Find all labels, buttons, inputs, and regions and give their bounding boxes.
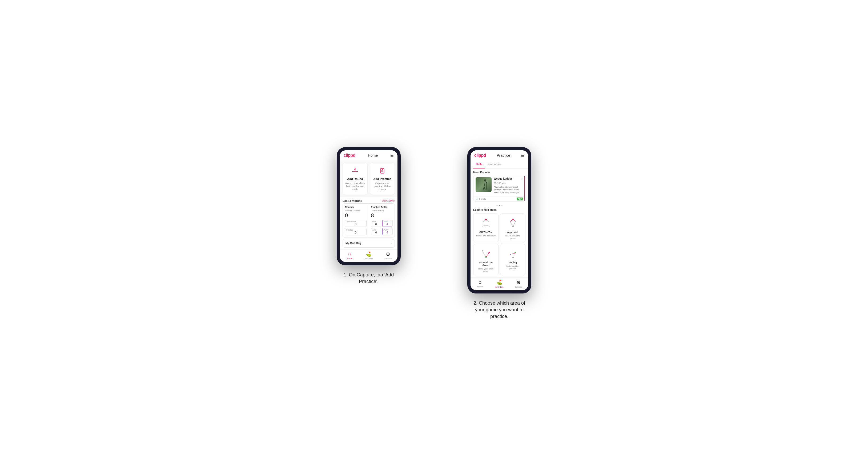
- practice-box: Practice 0: [345, 228, 367, 235]
- svg-point-19: [482, 250, 483, 251]
- off-the-tee-desc: Power and accuracy: [476, 235, 495, 237]
- svg-line-8: [484, 182, 485, 187]
- carousel-dots: [470, 204, 528, 207]
- activities-nav-label-1: Activities: [365, 257, 373, 260]
- hamburger-icon-2[interactable]: ☰: [521, 153, 524, 158]
- caption-1: 1. On Capture, tap 'Add Practice'.: [339, 272, 398, 285]
- home-cards: Add Round Record your shots fast or enha…: [340, 160, 398, 197]
- app-header-1: clippd Home ☰: [340, 150, 398, 160]
- around-green-icon: [479, 247, 493, 260]
- last-3-months-header: Last 3 Months View Activity: [340, 197, 398, 204]
- home-nav-icon-2: ⌂: [479, 279, 482, 285]
- carousel-dot-2[interactable]: [499, 205, 500, 206]
- tab-favourites[interactable]: Favourites: [485, 160, 504, 168]
- app-logo-2: clippd: [474, 153, 486, 158]
- activities-nav-icon-1: ⛳: [366, 251, 372, 257]
- phone-screen-2: clippd Practice ☰ Drills Favourites Most…: [470, 150, 528, 290]
- add-round-card[interactable]: Add Round Record your shots fast or enha…: [343, 163, 368, 195]
- add-round-subtitle: Record your shots fast or enhanced mode: [345, 182, 365, 191]
- featured-drill-image: [475, 177, 492, 192]
- around-green-name: Around The Green: [475, 261, 496, 267]
- nav-home-2[interactable]: ⌂ Home: [470, 279, 490, 288]
- svg-line-10: [483, 187, 484, 190]
- nav-capture-1[interactable]: ⊕ Capture: [378, 251, 398, 260]
- approach-icon: [506, 216, 520, 230]
- tab-drills[interactable]: Drills: [473, 160, 485, 168]
- add-practice-card[interactable]: Add Practice Capture your practice off-t…: [370, 163, 395, 195]
- app-value: 4: [383, 223, 391, 226]
- tournament-value: 0: [346, 223, 365, 226]
- view-activity-link[interactable]: View Activity: [381, 199, 395, 202]
- app-box: APP 4: [382, 220, 393, 227]
- ott-app-row: OTT 0 APP 4: [371, 220, 393, 227]
- practice-value: 0: [346, 231, 365, 234]
- activities-nav-icon-2: ⛳: [496, 279, 502, 285]
- svg-point-2: [355, 168, 355, 169]
- off-the-tee-name: Off The Tee: [479, 231, 492, 234]
- skill-grid: Off The Tee Power and accuracy: [470, 213, 528, 278]
- svg-point-20: [489, 252, 490, 253]
- add-practice-icon: [377, 166, 387, 176]
- skill-card-around-green[interactable]: Around The Green Hone your short game: [473, 244, 498, 275]
- phone-section-1: clippd Home ☰: [314, 147, 423, 285]
- skill-card-off-the-tee[interactable]: Off The Tee Power and accuracy: [473, 214, 498, 242]
- approach-desc: Dial-in to hit the green: [502, 235, 523, 239]
- nav-activities-1[interactable]: ⛳ Activities: [359, 251, 378, 260]
- tournament-row: Tournament 0: [345, 220, 367, 227]
- phone-frame-1: clippd Home ☰: [337, 147, 401, 265]
- nav-capture-2[interactable]: ⊕ Capture: [509, 279, 528, 288]
- svg-point-22: [488, 252, 489, 252]
- home-nav-label-2: Home: [477, 285, 483, 288]
- svg-point-7: [484, 179, 486, 182]
- svg-rect-0: [352, 172, 358, 172]
- app-label: APP: [383, 221, 391, 223]
- golf-bag-row[interactable]: My Golf Bag ›: [343, 239, 395, 248]
- nav-home-1[interactable]: ⌂ Home: [340, 251, 359, 260]
- ott-label: OTT: [372, 221, 380, 223]
- arg-putt-row: ARG 0 PUTT 4: [371, 228, 393, 235]
- capture-nav-icon-2: ⊕: [517, 279, 521, 285]
- putting-desc: Make and lag practice: [502, 265, 523, 270]
- tournament-box: Tournament 0: [345, 220, 367, 227]
- favourite-star-icon[interactable]: ☆: [521, 177, 523, 180]
- svg-point-4: [382, 169, 383, 170]
- carousel-dot-1[interactable]: [496, 205, 498, 206]
- hamburger-icon-1[interactable]: ☰: [390, 153, 394, 158]
- practice-label: Practice: [346, 229, 365, 231]
- rounds-capture-label: Rounds Capture: [345, 210, 367, 212]
- featured-description: Play 1 shot at each target yardage. If y…: [494, 186, 523, 194]
- rounds-sub-stats: Tournament 0 Practice 0: [345, 220, 367, 235]
- phone-frame-2: clippd Practice ☰ Drills Favourites Most…: [467, 147, 531, 293]
- practice-drills-col: Practice Drills Drills Capture 8 OTT 0 A…: [369, 204, 395, 237]
- skill-card-putting[interactable]: Putting Make and lag practice: [500, 244, 525, 275]
- practice-row: Practice 0: [345, 228, 367, 235]
- featured-info: Wedge Ladder ☆ 50-100 yds Play 1 shot at…: [494, 177, 523, 194]
- app-header-2: clippd Practice ☰: [470, 150, 528, 160]
- home-nav-label-1: Home: [347, 257, 352, 260]
- drills-total: 8: [371, 213, 393, 219]
- arg-value: 0: [372, 231, 380, 234]
- svg-point-17: [515, 221, 516, 222]
- svg-point-16: [510, 221, 511, 222]
- add-practice-title: Add Practice: [373, 177, 391, 181]
- putt-value: 4: [383, 231, 391, 234]
- rounds-title: Rounds: [345, 206, 367, 209]
- app-logo-1: clippd: [344, 153, 355, 158]
- nav-activities-2[interactable]: ⛳ Activities: [490, 279, 509, 288]
- app-badge: APP: [517, 197, 523, 200]
- drills-capture-label: Drills Capture: [371, 210, 393, 212]
- carousel-dot-3[interactable]: [501, 205, 502, 206]
- caption-2-text: Choose which area of your game you want …: [475, 301, 525, 319]
- skill-card-approach[interactable]: Approach Dial-in to hit the green: [500, 214, 525, 242]
- ott-box: OTT 0: [371, 220, 381, 227]
- off-the-tee-icon: [479, 216, 493, 230]
- practice-tabs: Drills Favourites: [470, 160, 528, 169]
- caption-2: 2. Choose which area of your game you wa…: [470, 300, 529, 320]
- featured-drill-card[interactable]: Wedge Ladder ☆ 50-100 yds Play 1 shot at…: [473, 175, 525, 202]
- activities-nav-label-2: Activities: [495, 286, 503, 288]
- featured-yardage: 50-100 yds: [494, 182, 506, 184]
- rounds-col: Rounds Rounds Capture 0 Tournament 0: [343, 204, 369, 237]
- caption-2-number: 2.: [473, 301, 477, 306]
- add-round-title: Add Round: [347, 177, 363, 181]
- around-green-desc: Hone your short game: [475, 268, 496, 272]
